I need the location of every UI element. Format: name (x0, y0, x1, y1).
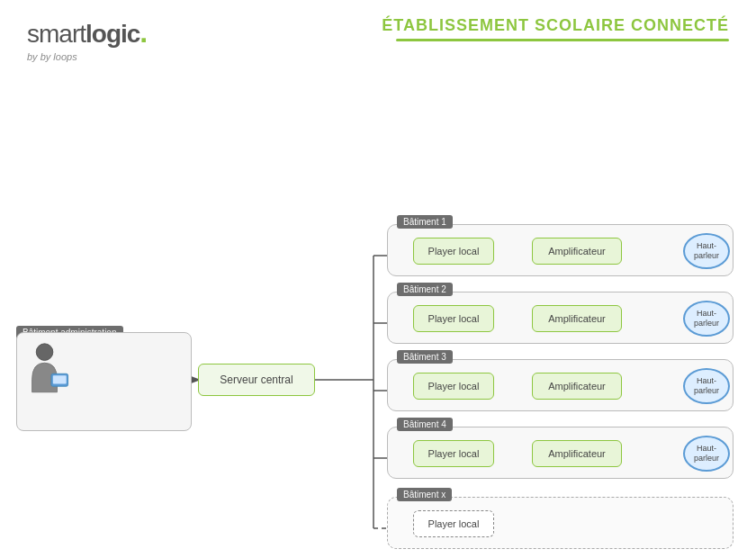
building-section-x: Bâtiment x Player local (387, 497, 734, 549)
ampli-box-1: Amplificateur (532, 238, 622, 265)
ampli-box-4: Amplificateur (532, 440, 622, 467)
header: smartlogic. by by loops ÉTABLISSEMENT SC… (0, 0, 756, 62)
building-section-1: Bâtiment 1 Player local Amplificateur Ha… (387, 224, 734, 276)
hautparleur-box-3: Haut- parleur (683, 368, 730, 404)
person-icon (26, 342, 76, 400)
player-box-x: Player local (413, 510, 494, 537)
ampli-box-2: Amplificateur (532, 305, 622, 332)
player-box-1: Player local (413, 238, 494, 265)
ampli-box-3: Amplificateur (532, 373, 622, 400)
hautparleur-box-1: Haut- parleur (683, 233, 730, 269)
admin-box (16, 332, 192, 431)
hautparleur-box-2: Haut- parleur (683, 301, 730, 337)
diagram: Bâtiment administration Serveur central … (0, 71, 756, 539)
logo-logic: logic (86, 20, 140, 48)
svg-rect-19 (53, 375, 67, 383)
main-title: ÉTABLISSEMENT SCOLAIRE CONNECTÉ (382, 16, 729, 35)
svg-point-17 (36, 344, 53, 361)
player-box-2: Player local (413, 305, 494, 332)
building-2-label: Bâtiment 2 (397, 283, 453, 296)
serveur-label: Serveur central (220, 374, 292, 386)
building-1-label: Bâtiment 1 (397, 215, 453, 229)
logo-area: smartlogic. by by loops (27, 16, 147, 62)
logo-smart: smart (27, 20, 86, 48)
logo-dot: . (140, 16, 147, 49)
title-underline (396, 39, 729, 41)
player-box-4: Player local (413, 440, 494, 467)
building-section-2: Bâtiment 2 Player local Amplificateur Ha… (387, 292, 734, 344)
logo: smartlogic. (27, 16, 147, 50)
building-4-label: Bâtiment 4 (397, 418, 453, 431)
building-x-label: Bâtiment x (397, 488, 452, 501)
player-box-3: Player local (413, 373, 494, 400)
building-3-label: Bâtiment 3 (397, 350, 453, 364)
title-area: ÉTABLISSEMENT SCOLAIRE CONNECTÉ (382, 16, 729, 41)
logo-byline: by by loops (27, 51, 147, 62)
loops-text: by loops (40, 51, 77, 62)
serveur-box: Serveur central (198, 364, 315, 396)
building-section-4: Bâtiment 4 Player local Amplificateur Ha… (387, 427, 734, 479)
hautparleur-box-4: Haut- parleur (683, 436, 730, 472)
building-section-3: Bâtiment 3 Player local Amplificateur Ha… (387, 359, 734, 411)
